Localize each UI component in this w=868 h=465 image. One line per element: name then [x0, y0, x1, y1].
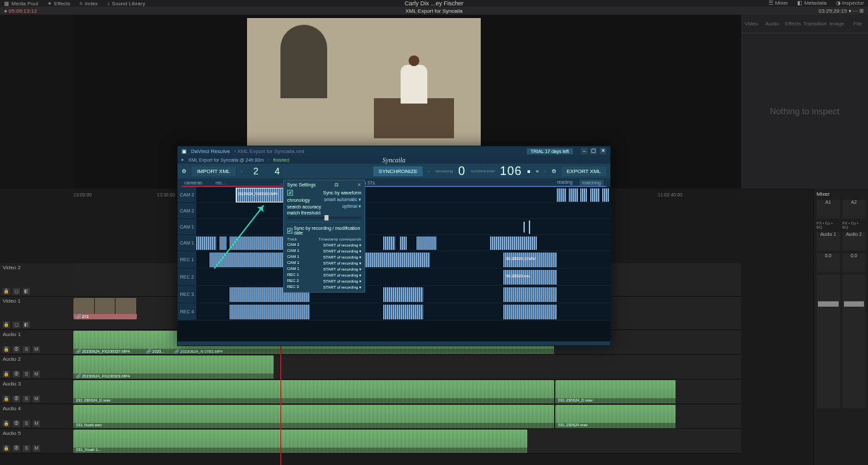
inspector-tab-video[interactable]: Video — [741, 21, 762, 27]
mixer-ch-a1[interactable]: A1 — [817, 200, 840, 218]
sync-waveform-checkbox[interactable]: ✓ — [287, 190, 293, 196]
solo-icon[interactable]: S — [23, 371, 30, 377]
sync-clip[interactable] — [503, 305, 557, 319]
lock-icon[interactable]: 🔒 — [3, 396, 10, 402]
mute-icon[interactable]: M — [33, 396, 40, 402]
syncaila-titlebar[interactable]: ▣ DaVinci Resolve › XML Export for Synca… — [178, 146, 610, 156]
audio-clip[interactable]: 031_Noah 1... — [73, 430, 527, 453]
search-accuracy-select[interactable]: optimal ▾ — [342, 204, 361, 209]
sync-clip[interactable] — [417, 237, 437, 250]
inspector-tab[interactable]: ◑ Inspector — [836, 0, 864, 6]
mixer-val2: 0.0 — [843, 253, 866, 272]
record-icon[interactable]: ⦿ — [13, 420, 20, 427]
mixer-tab[interactable]: ☰ Mixer — [769, 0, 788, 6]
video-clip[interactable]: 🔗 273 — [73, 298, 137, 319]
pin-icon[interactable]: ⊡ — [335, 182, 339, 188]
fader-a1[interactable] — [817, 275, 840, 408]
lock-icon[interactable]: 🔒 — [3, 346, 10, 353]
record-icon[interactable]: ⦿ — [13, 445, 20, 452]
sync-clip[interactable] — [383, 237, 395, 250]
inspector-tab-file[interactable]: File — [847, 21, 868, 27]
timestamp-select[interactable]: START of recording ▾ — [323, 249, 361, 253]
audio-clip[interactable]: 031.230624.wav — [556, 405, 676, 428]
sync-clip[interactable] — [383, 287, 423, 302]
timestamp-select[interactable]: START of recording ▾ — [323, 273, 361, 277]
media-pool-tab[interactable]: ▦ Media Pool — [4, 1, 38, 7]
close-icon[interactable]: ✕ — [600, 148, 606, 154]
sync-clip[interactable] — [196, 237, 216, 250]
lock-icon[interactable]: 🔒 — [3, 420, 10, 427]
rewind-icon[interactable]: « — [536, 168, 539, 174]
close-icon[interactable]: ✕ — [357, 182, 361, 188]
sync-clip[interactable] — [503, 287, 557, 302]
effects-tab[interactable]: ✦ Effects — [47, 1, 70, 7]
solo-icon[interactable]: S — [23, 445, 30, 452]
sync-clip[interactable] — [230, 237, 290, 250]
sync-clip[interactable] — [590, 188, 600, 202]
inspector-tab-effects[interactable]: Effects — [783, 21, 803, 27]
sync-clip[interactable] — [220, 237, 226, 250]
sync-clip[interactable] — [569, 188, 578, 202]
match-threshold-slider[interactable] — [287, 216, 361, 219]
sync-clip[interactable] — [580, 188, 587, 202]
sync-clip[interactable] — [383, 305, 423, 319]
record-icon[interactable]: ⦿ — [13, 371, 20, 377]
timestamp-select[interactable]: START of recording ▾ — [323, 267, 361, 271]
mute-icon[interactable]: M — [33, 445, 40, 452]
timestamp-select[interactable]: START of recording ▾ — [323, 279, 361, 283]
lock-icon[interactable]: 🔒 — [3, 321, 10, 328]
minimize-icon[interactable]: – — [581, 148, 588, 154]
lock-icon[interactable]: 🔒 — [3, 445, 10, 452]
syncaila-toolbar: ⚙ IMPORT XML › 2 4 SYNCHRONIZE › remaini… — [178, 164, 610, 178]
maximize-icon[interactable]: ▢ — [590, 148, 597, 154]
sync-clip[interactable] — [230, 305, 310, 319]
track-a4: A4Audio 4 🔒⦿SM 031.Noah.wav 031.230624.w… — [0, 404, 741, 429]
solo-icon[interactable]: S — [23, 396, 30, 402]
fader-a2[interactable] — [843, 275, 866, 408]
synchronize-button[interactable]: SYNCHRONIZE — [373, 166, 423, 176]
audio-clip[interactable]: 031.230624_D.wav — [73, 380, 554, 404]
mute-icon[interactable]: M — [33, 420, 40, 427]
sync-date-checkbox[interactable]: ✓ — [287, 228, 292, 234]
sync-clip[interactable]: 081.230624.wav — [503, 270, 557, 285]
sound-library-tab[interactable]: ♪ Sound Library — [107, 1, 146, 7]
record-icon[interactable]: ⦿ — [13, 346, 20, 353]
audio-clip[interactable]: 031.230624_D.wav — [556, 380, 676, 404]
auto-select-icon[interactable]: ◻ — [13, 288, 20, 295]
timestamp-select[interactable]: START of recording ▾ — [323, 255, 361, 259]
solo-icon[interactable]: S — [23, 420, 30, 427]
auto-select-icon[interactable]: ◻ — [13, 321, 20, 328]
audio-clip[interactable]: 🔗 20230624_FX200303.MP4 — [73, 355, 274, 379]
timestamp-select[interactable]: START of recording ▾ — [323, 285, 361, 289]
sync-clip[interactable]: 20230624_FX200202.MP4 — [236, 188, 290, 202]
disable-icon[interactable]: ◧ — [23, 288, 30, 295]
import-xml-button[interactable]: IMPORT XML — [192, 166, 236, 176]
sync-clip[interactable] — [490, 237, 537, 250]
stop-icon[interactable]: ■ — [527, 168, 531, 174]
disable-icon[interactable]: ◧ — [23, 321, 30, 328]
mixer-ch-a2[interactable]: A2 — [843, 200, 866, 218]
sync-clip[interactable] — [400, 237, 407, 250]
inspector-tab-image[interactable]: Image — [827, 21, 847, 27]
chronology-select[interactable]: smart automatic ▾ — [324, 197, 361, 202]
gear-icon[interactable]: ⚙ — [182, 168, 186, 174]
timestamp-select[interactable]: START of recording ▾ — [323, 243, 361, 247]
sync-clip[interactable] — [557, 188, 566, 202]
gear-icon[interactable]: ⚙ — [552, 168, 556, 174]
inspector-tab-transition[interactable]: Transition — [803, 21, 827, 27]
export-xml-button[interactable]: EXPORT XML — [562, 166, 606, 176]
index-tab[interactable]: ≡ Index — [79, 1, 97, 7]
inspector-tab-audio[interactable]: Audio — [762, 21, 783, 27]
lock-icon[interactable]: 🔒 — [3, 288, 10, 295]
mute-icon[interactable]: M — [33, 371, 40, 377]
timestamp-select[interactable]: START of recording ▾ — [323, 261, 361, 265]
audio-clip[interactable]: 031.Noah.wav — [73, 405, 554, 428]
program-viewer[interactable] — [247, 18, 481, 155]
solo-icon[interactable]: S — [23, 346, 30, 353]
metadata-tab[interactable]: ◧ Metadata — [797, 0, 827, 6]
sync-clip[interactable]: 081.230624_D.WAV — [503, 253, 557, 267]
sync-clip[interactable] — [602, 188, 609, 202]
record-icon[interactable]: ⦿ — [13, 396, 20, 402]
mute-icon[interactable]: M — [33, 346, 40, 353]
lock-icon[interactable]: 🔒 — [3, 371, 10, 377]
